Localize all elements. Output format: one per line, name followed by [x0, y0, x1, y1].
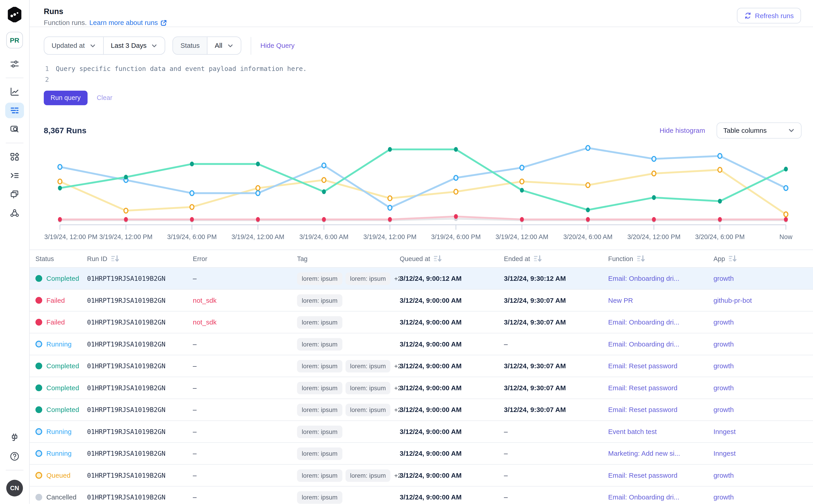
- series-running-point[interactable]: [388, 205, 392, 210]
- function-link[interactable]: Email: Reset password: [608, 406, 678, 414]
- series-completed-point[interactable]: [520, 188, 524, 193]
- sidebar-item-search[interactable]: [5, 121, 24, 137]
- series-queued-point[interactable]: [586, 183, 590, 187]
- series-completed-point[interactable]: [586, 208, 590, 212]
- series-running-point[interactable]: [784, 186, 788, 190]
- app-link[interactable]: Inngest: [714, 428, 736, 435]
- app-link[interactable]: growth: [714, 384, 734, 392]
- app-link[interactable]: Inngest: [714, 450, 736, 457]
- hide-query-link[interactable]: Hide Query: [260, 42, 294, 49]
- series-completed-point[interactable]: [322, 189, 326, 194]
- sidebar-item-webhooks[interactable]: [5, 205, 24, 221]
- inngest-logo[interactable]: [7, 6, 22, 23]
- series-queued-point[interactable]: [58, 179, 62, 184]
- series-failed-point[interactable]: [586, 217, 590, 222]
- series-running-point[interactable]: [256, 191, 260, 196]
- series-running-point[interactable]: [586, 145, 590, 150]
- function-link[interactable]: Email: Reset password: [608, 471, 678, 479]
- table-row[interactable]: Completed 01HRPT19RJSA1019B2GN – lorem: …: [30, 355, 813, 377]
- series-completed-point[interactable]: [454, 147, 458, 152]
- refresh-runs-button[interactable]: Refresh runs: [737, 8, 801, 23]
- series-queued-point[interactable]: [256, 186, 260, 190]
- function-link[interactable]: Email: Onboarding dri...: [608, 318, 680, 326]
- series-failed-point[interactable]: [718, 217, 722, 222]
- sidebar-item-help[interactable]: [5, 448, 24, 464]
- sidebar-item-settings[interactable]: [5, 56, 24, 72]
- series-queued-point[interactable]: [322, 178, 326, 182]
- function-link[interactable]: Email: Onboarding dri...: [608, 340, 680, 348]
- status-filter-dropdown[interactable]: All: [207, 37, 240, 54]
- app-link[interactable]: growth: [714, 493, 734, 501]
- series-queued-point[interactable]: [652, 171, 656, 176]
- series-failed-point[interactable]: [58, 217, 62, 222]
- table-row[interactable]: Running 01HRPT19RJSA1019B2GN – lorem: ip…: [30, 443, 813, 465]
- app-link[interactable]: growth: [714, 362, 734, 370]
- sort-icon[interactable]: [434, 255, 442, 262]
- sidebar-item-events[interactable]: [5, 187, 24, 202]
- table-row[interactable]: Completed 01HRPT19RJSA1019B2GN – lorem: …: [30, 377, 813, 399]
- sidebar-item-apps[interactable]: [5, 149, 24, 165]
- sort-icon[interactable]: [534, 255, 542, 262]
- series-failed-point[interactable]: [520, 217, 524, 222]
- series-completed-point[interactable]: [388, 147, 392, 152]
- series-completed-point[interactable]: [256, 162, 260, 166]
- series-completed-point[interactable]: [58, 186, 62, 190]
- sidebar-item-functions[interactable]: [5, 168, 24, 183]
- sort-icon[interactable]: [729, 255, 737, 262]
- sidebar-item-metrics[interactable]: [5, 84, 24, 99]
- series-running-point[interactable]: [322, 163, 326, 168]
- series-failed-point[interactable]: [322, 217, 326, 222]
- series-failed-point[interactable]: [784, 217, 788, 222]
- series-queued-point[interactable]: [124, 208, 128, 213]
- series-queued-point[interactable]: [520, 179, 524, 184]
- workspace-badge[interactable]: PR: [6, 32, 23, 48]
- function-link[interactable]: Email: Onboarding dri...: [608, 274, 680, 282]
- series-running-point[interactable]: [652, 157, 656, 161]
- function-link[interactable]: Marketing: Add new si...: [608, 450, 680, 457]
- table-row[interactable]: Cancelled 01HRPT19RJSA1019B2GN – lorem: …: [30, 487, 813, 504]
- table-row[interactable]: Running 01HRPT19RJSA1019B2GN – lorem: ip…: [30, 421, 813, 443]
- sidebar-item-runs[interactable]: [5, 103, 24, 118]
- app-link[interactable]: growth: [714, 471, 734, 479]
- column-header-ended-at[interactable]: Ended at: [504, 255, 608, 262]
- series-completed-point[interactable]: [718, 199, 722, 204]
- table-row[interactable]: Running 01HRPT19RJSA1019B2GN – lorem: ip…: [30, 333, 813, 355]
- series-failed-point[interactable]: [652, 217, 656, 222]
- app-link[interactable]: growth: [714, 340, 734, 348]
- sort-icon[interactable]: [637, 255, 645, 262]
- series-running-point[interactable]: [190, 191, 194, 196]
- series-running-point[interactable]: [718, 154, 722, 158]
- table-row[interactable]: Failed 01HRPT19RJSA1019B2GN not_sdk lore…: [30, 290, 813, 312]
- series-running-point[interactable]: [58, 165, 62, 169]
- series-running-point[interactable]: [520, 165, 524, 170]
- clear-query-button[interactable]: Clear: [97, 94, 112, 102]
- hide-histogram-link[interactable]: Hide histogram: [660, 127, 705, 134]
- series-queued-point[interactable]: [454, 189, 458, 194]
- series-queued-point[interactable]: [190, 205, 194, 209]
- sidebar-item-integrations[interactable]: [5, 430, 24, 445]
- table-row[interactable]: Failed 01HRPT19RJSA1019B2GN not_sdk lore…: [30, 312, 813, 334]
- table-row[interactable]: Completed 01HRPT19RJSA1019B2GN – lorem: …: [30, 399, 813, 421]
- function-link[interactable]: Event batch test: [608, 428, 657, 435]
- series-failed-point[interactable]: [190, 217, 194, 222]
- column-header-function[interactable]: Function: [608, 255, 714, 262]
- column-header-run-id[interactable]: Run ID: [87, 255, 193, 262]
- function-link[interactable]: New PR: [608, 296, 633, 304]
- time-field-dropdown[interactable]: Updated at: [44, 37, 103, 54]
- function-link[interactable]: Email: Reset password: [608, 384, 678, 392]
- app-link[interactable]: growth: [714, 318, 734, 326]
- series-queued-point[interactable]: [784, 212, 788, 217]
- series-queued-point[interactable]: [718, 167, 722, 172]
- learn-more-link[interactable]: Learn more about runs: [89, 19, 167, 27]
- time-range-dropdown[interactable]: Last 3 Days: [103, 37, 165, 54]
- app-link[interactable]: growth: [714, 406, 734, 414]
- app-link[interactable]: growth: [714, 274, 734, 282]
- function-link[interactable]: Email: Reset password: [608, 362, 678, 370]
- user-avatar[interactable]: CN: [6, 480, 23, 497]
- table-columns-select[interactable]: Table columns: [717, 122, 802, 138]
- column-header-queued-at[interactable]: Queued at: [400, 255, 504, 262]
- series-failed-point[interactable]: [388, 217, 392, 222]
- sort-icon[interactable]: [111, 255, 119, 262]
- series-completed-point[interactable]: [124, 175, 128, 179]
- table-row[interactable]: Completed 01HRPT19RJSA1019B2GN – lorem: …: [30, 268, 813, 290]
